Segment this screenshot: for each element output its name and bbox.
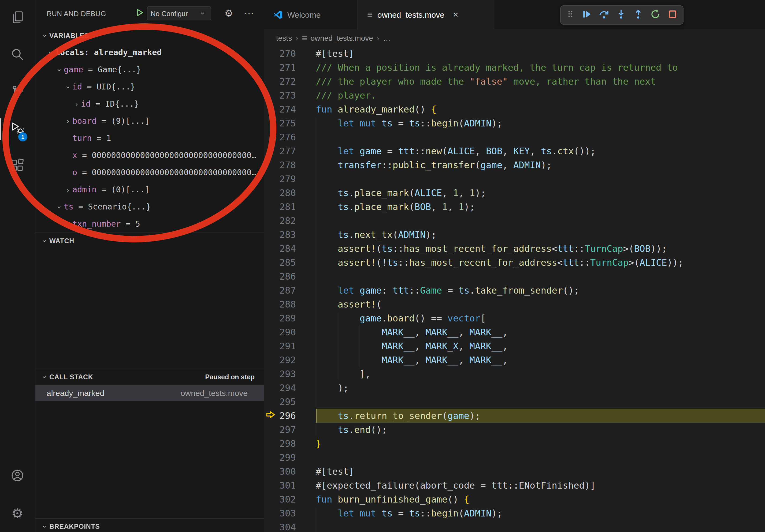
activity-item-explorer-icon[interactable] xyxy=(0,0,35,37)
gutter-line-304[interactable] xyxy=(264,520,278,532)
variable-row-x[interactable]: x = 000000000000000000000000000000000000… xyxy=(35,147,264,164)
code-line-300: 300#[test] xyxy=(264,464,765,478)
gutter-line-279[interactable] xyxy=(264,172,278,186)
continue-icon xyxy=(582,9,592,21)
gutter-line-288[interactable] xyxy=(264,297,278,311)
gutter-line-284[interactable] xyxy=(264,242,278,256)
gutter-line-286[interactable] xyxy=(264,269,278,283)
code-editor[interactable]: 270#[test]271/// When a position is alre… xyxy=(264,47,765,532)
variable-row-game[interactable]: ›game = Game{...} xyxy=(35,61,264,78)
line-number: 283 xyxy=(278,229,296,240)
gutter-line-295[interactable] xyxy=(264,395,278,409)
activity-item-settings-gear-icon[interactable]: ⚙ xyxy=(0,495,35,532)
code-text: } xyxy=(316,437,322,450)
code-line-287: 287 let game: ttt::Game = ts.take_from_s… xyxy=(264,283,765,297)
gutter-line-271[interactable] xyxy=(264,61,278,75)
variable-row-turn[interactable]: turn = 1 xyxy=(35,130,264,147)
activity-item-search-icon[interactable] xyxy=(0,37,35,74)
continue-button[interactable] xyxy=(582,9,592,21)
gutter-line-292[interactable] xyxy=(264,353,278,367)
start-debug-button[interactable] xyxy=(133,7,146,20)
activity-item-run-and-debug-icon[interactable]: 1 xyxy=(0,111,35,148)
variable-row-locals_already_marked[interactable]: ›locals: already_marked xyxy=(35,44,264,61)
variables-section-header[interactable]: › VARIABLES xyxy=(35,28,264,44)
code-text: /// player. xyxy=(316,89,376,102)
gutter-line-270[interactable] xyxy=(264,47,278,61)
gutter-line-276[interactable] xyxy=(264,130,278,144)
gutter-line-285[interactable] xyxy=(264,256,278,269)
source-control-icon xyxy=(10,84,25,101)
code-text: let game: ttt::Game = ts.take_from_sende… xyxy=(316,283,579,297)
call-stack-header-label: CALL STACK xyxy=(49,373,93,381)
code-line-299: 299 xyxy=(264,450,765,464)
gutter-line-300[interactable] xyxy=(264,464,278,478)
step-out-button[interactable] xyxy=(633,9,643,21)
code-line-296: 296 ts.return_to_sender(game); xyxy=(264,409,765,423)
gutter-line-293[interactable] xyxy=(264,367,278,381)
drag-handle-button[interactable] xyxy=(566,10,575,20)
line-number: 303 xyxy=(278,508,296,519)
code-line-303: 303 let mut ts = ts::begin(ADMIN); xyxy=(264,506,765,520)
watch-section-header[interactable]: › WATCH xyxy=(35,232,264,249)
gear-icon[interactable]: ⚙ xyxy=(222,6,236,20)
debug-config-dropdown[interactable]: No Configur › xyxy=(147,6,211,20)
gutter-line-299[interactable] xyxy=(264,450,278,464)
file-icon: ≡ xyxy=(367,10,373,19)
close-icon[interactable]: × xyxy=(453,10,458,19)
gutter-line-303[interactable] xyxy=(264,506,278,520)
breadcrumb-item[interactable]: ≡owned_tests.move xyxy=(302,34,373,43)
activity-item-source-control-icon[interactable] xyxy=(0,74,35,111)
gutter-line-273[interactable] xyxy=(264,89,278,102)
gutter-line-290[interactable] xyxy=(264,325,278,339)
code-text: #[test] xyxy=(316,47,354,61)
code-text: let mut ts = ts::begin(ADMIN); xyxy=(316,506,502,520)
variable-value: ID{...} xyxy=(105,99,139,109)
step-over-button[interactable] xyxy=(599,9,609,21)
tab-welcome[interactable]: Welcome xyxy=(264,0,358,30)
gutter-line-280[interactable] xyxy=(264,186,278,200)
gutter-line-281[interactable] xyxy=(264,200,278,214)
call-stack-section-header[interactable]: › CALL STACK Paused on step xyxy=(35,369,264,385)
breadcrumb-item[interactable]: … xyxy=(383,34,390,42)
gutter-line-274[interactable] xyxy=(264,102,278,116)
tab-owned-tests-move[interactable]: ≡owned_tests.move× xyxy=(358,0,494,30)
gutter-line-296[interactable] xyxy=(264,409,278,423)
variable-row-id[interactable]: ›id = UID{...} xyxy=(35,78,264,95)
code-text: assert!(ts::has_most_recent_for_address<… xyxy=(316,242,667,256)
breadcrumb-item[interactable]: tests xyxy=(276,34,292,42)
gutter-line-289[interactable] xyxy=(264,311,278,325)
stop-button[interactable] xyxy=(667,9,678,21)
gutter-line-291[interactable] xyxy=(264,339,278,353)
variable-row-txn_number[interactable]: txn_number = 5 xyxy=(35,215,264,232)
activity-item-account-icon[interactable] xyxy=(0,458,35,495)
gutter-line-277[interactable] xyxy=(264,144,278,158)
gutter-line-283[interactable] xyxy=(264,228,278,242)
chevron-down-icon: › xyxy=(41,373,49,381)
gutter-line-278[interactable] xyxy=(264,158,278,172)
gutter-line-282[interactable] xyxy=(264,214,278,228)
line-number: 274 xyxy=(278,104,296,115)
variable-row-board[interactable]: ›board = (9)[...] xyxy=(35,113,264,130)
restart-button[interactable] xyxy=(650,9,660,21)
variable-row-ts[interactable]: ›ts = Scenario{...} xyxy=(35,198,264,215)
breakpoints-section-header[interactable]: › BREAKPOINTS xyxy=(35,518,264,532)
step-into-button[interactable] xyxy=(616,9,626,21)
code-text: ts.return_to_sender(game); xyxy=(316,409,480,423)
variable-name: board xyxy=(72,116,97,126)
activity-item-extensions-icon[interactable] xyxy=(0,148,35,185)
variable-row-o[interactable]: o = 000000000000000000000000000000000000… xyxy=(35,164,264,181)
gutter-line-287[interactable] xyxy=(264,283,278,297)
gutter-line-302[interactable] xyxy=(264,492,278,506)
call-stack-frame[interactable]: already_markedowned_tests.move xyxy=(35,385,264,401)
gutter-line-298[interactable] xyxy=(264,437,278,450)
gutter-line-301[interactable] xyxy=(264,478,278,492)
line-number: 286 xyxy=(278,271,296,282)
line-number: 279 xyxy=(278,173,296,184)
variable-row-admin[interactable]: ›admin = (0)[...] xyxy=(35,181,264,198)
more-actions-icon[interactable]: ⋯ xyxy=(242,6,256,20)
gutter-line-297[interactable] xyxy=(264,423,278,437)
variable-row-id[interactable]: ›id = ID{...} xyxy=(35,95,264,113)
gutter-line-272[interactable] xyxy=(264,75,278,89)
gutter-line-275[interactable] xyxy=(264,116,278,130)
gutter-line-294[interactable] xyxy=(264,381,278,395)
